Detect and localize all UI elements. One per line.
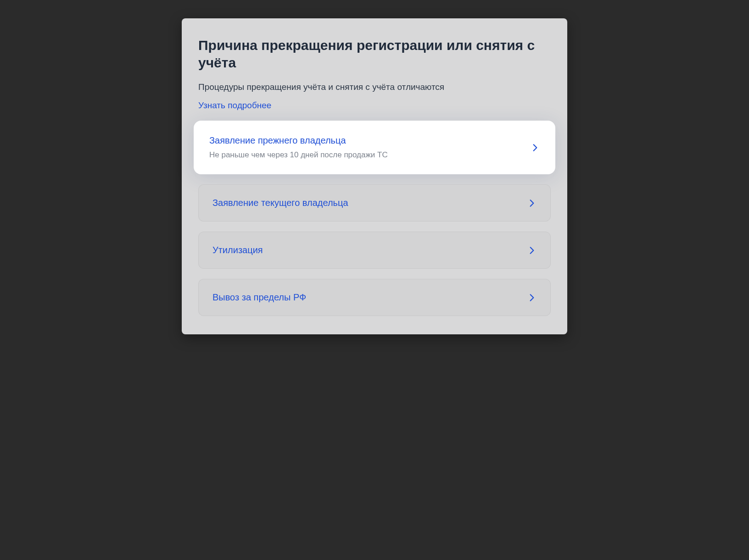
page-title: Причина прекращения регистрации или снят… — [198, 37, 551, 71]
option-label: Вывоз за пределы РФ — [212, 292, 306, 303]
option-text: Заявление текущего владельца — [212, 198, 348, 208]
option-desc: Не раньше чем через 10 дней после продаж… — [209, 150, 388, 160]
chevron-right-icon — [527, 293, 537, 302]
options-list: Заявление прежнего владельца Не раньше ч… — [198, 121, 551, 316]
chevron-right-icon — [531, 143, 540, 152]
option-label: Заявление прежнего владельца — [209, 135, 388, 146]
option-current-owner[interactable]: Заявление текущего владельца — [198, 184, 551, 222]
option-label: Заявление текущего владельца — [212, 198, 348, 208]
option-previous-owner[interactable]: Заявление прежнего владельца Не раньше ч… — [194, 121, 555, 174]
option-utilization[interactable]: Утилизация — [198, 232, 551, 269]
chevron-right-icon — [527, 246, 537, 255]
option-text: Вывоз за пределы РФ — [212, 292, 306, 303]
option-text: Заявление прежнего владельца Не раньше ч… — [209, 135, 388, 160]
reason-panel: Причина прекращения регистрации или снят… — [182, 18, 567, 334]
option-export[interactable]: Вывоз за пределы РФ — [198, 279, 551, 316]
option-text: Утилизация — [212, 245, 263, 255]
page-subtitle: Процедуры прекращения учёта и снятия с у… — [198, 82, 551, 92]
chevron-right-icon — [527, 199, 537, 208]
learn-more-link[interactable]: Узнать подробнее — [198, 100, 271, 111]
option-label: Утилизация — [212, 245, 263, 255]
